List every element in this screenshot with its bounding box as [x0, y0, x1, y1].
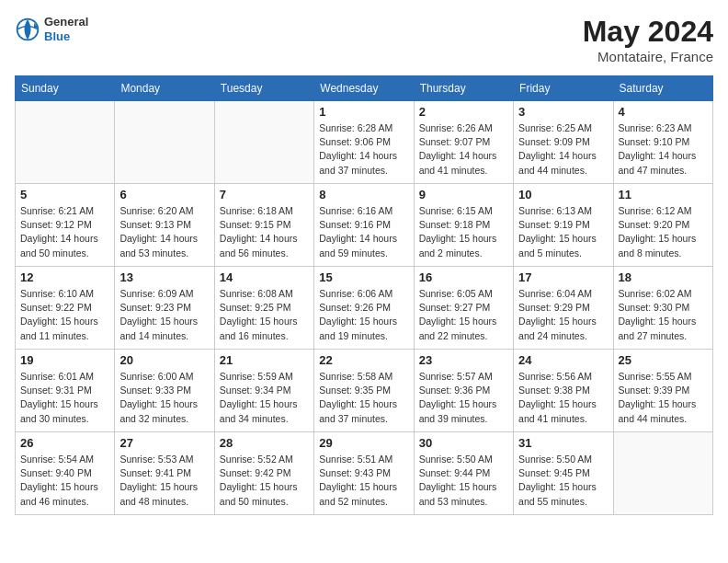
day-info: Sunrise: 5:58 AM Sunset: 9:35 PM Dayligh… — [319, 370, 408, 426]
calendar-cell: 17Sunrise: 6:04 AM Sunset: 9:29 PM Dayli… — [514, 267, 613, 350]
day-number: 22 — [319, 353, 408, 367]
calendar-cell: 27Sunrise: 5:53 AM Sunset: 9:41 PM Dayli… — [115, 432, 214, 515]
calendar-cell: 9Sunrise: 6:15 AM Sunset: 9:18 PM Daylig… — [414, 184, 513, 267]
day-info: Sunrise: 6:26 AM Sunset: 9:07 PM Dayligh… — [419, 121, 508, 178]
day-info: Sunrise: 5:50 AM Sunset: 9:45 PM Dayligh… — [518, 453, 608, 509]
day-number: 24 — [518, 353, 608, 367]
weekday-header: Saturday — [613, 76, 712, 101]
calendar-cell: 19Sunrise: 6:01 AM Sunset: 9:31 PM Dayli… — [16, 350, 115, 432]
day-info: Sunrise: 6:16 AM Sunset: 9:16 PM Dayligh… — [319, 204, 408, 260]
day-number: 14 — [220, 270, 309, 284]
calendar-cell: 18Sunrise: 6:02 AM Sunset: 9:30 PM Dayli… — [613, 267, 712, 350]
month-year: May 2024 — [583, 15, 713, 49]
day-info: Sunrise: 6:00 AM Sunset: 9:33 PM Dayligh… — [119, 370, 209, 426]
calendar-cell — [613, 432, 712, 515]
calendar-cell: 5Sunrise: 6:21 AM Sunset: 9:12 PM Daylig… — [16, 184, 115, 267]
day-number: 5 — [20, 188, 109, 201]
day-info: Sunrise: 6:15 AM Sunset: 9:18 PM Dayligh… — [419, 204, 508, 260]
day-number: 3 — [518, 105, 608, 119]
day-info: Sunrise: 6:21 AM Sunset: 9:12 PM Dayligh… — [20, 204, 109, 260]
day-info: Sunrise: 6:28 AM Sunset: 9:06 PM Dayligh… — [319, 121, 408, 178]
day-info: Sunrise: 5:54 AM Sunset: 9:40 PM Dayligh… — [20, 453, 109, 509]
day-number: 10 — [518, 188, 608, 201]
weekday-header: Sunday — [16, 76, 115, 101]
day-info: Sunrise: 5:53 AM Sunset: 9:41 PM Dayligh… — [119, 453, 209, 509]
day-number: 16 — [419, 270, 508, 284]
calendar-cell: 14Sunrise: 6:08 AM Sunset: 9:25 PM Dayli… — [214, 267, 313, 350]
day-number: 19 — [20, 353, 109, 367]
weekday-header: Tuesday — [214, 76, 313, 101]
calendar-cell — [115, 101, 214, 184]
week-row: 1Sunrise: 6:28 AM Sunset: 9:06 PM Daylig… — [16, 101, 713, 184]
day-info: Sunrise: 5:52 AM Sunset: 9:42 PM Dayligh… — [220, 453, 309, 509]
day-info: Sunrise: 5:50 AM Sunset: 9:44 PM Dayligh… — [419, 453, 508, 509]
logo-text: General Blue — [44, 15, 88, 43]
calendar-cell: 12Sunrise: 6:10 AM Sunset: 9:22 PM Dayli… — [16, 267, 115, 350]
calendar-cell: 21Sunrise: 5:59 AM Sunset: 9:34 PM Dayli… — [214, 350, 313, 432]
weekday-header: Friday — [514, 76, 613, 101]
day-info: Sunrise: 6:06 AM Sunset: 9:26 PM Dayligh… — [319, 287, 408, 343]
day-info: Sunrise: 5:55 AM Sunset: 9:39 PM Dayligh… — [619, 370, 708, 426]
day-info: Sunrise: 5:59 AM Sunset: 9:34 PM Dayligh… — [220, 370, 309, 426]
week-row: 26Sunrise: 5:54 AM Sunset: 9:40 PM Dayli… — [16, 432, 713, 515]
day-number: 4 — [619, 105, 708, 119]
day-number: 17 — [518, 270, 608, 284]
calendar-cell: 6Sunrise: 6:20 AM Sunset: 9:13 PM Daylig… — [115, 184, 214, 267]
day-number: 12 — [20, 270, 109, 284]
calendar-cell: 8Sunrise: 6:16 AM Sunset: 9:16 PM Daylig… — [314, 184, 414, 267]
calendar-cell: 15Sunrise: 6:06 AM Sunset: 9:26 PM Dayli… — [314, 267, 414, 350]
title-block: May 2024 Montataire, France — [583, 15, 713, 64]
day-info: Sunrise: 6:12 AM Sunset: 9:20 PM Dayligh… — [619, 204, 708, 260]
calendar-cell: 25Sunrise: 5:55 AM Sunset: 9:39 PM Dayli… — [613, 350, 712, 432]
weekday-header: Wednesday — [314, 76, 414, 101]
calendar-cell: 28Sunrise: 5:52 AM Sunset: 9:42 PM Dayli… — [214, 432, 313, 515]
location: Montataire, France — [583, 49, 713, 64]
day-info: Sunrise: 5:56 AM Sunset: 9:38 PM Dayligh… — [518, 370, 608, 426]
day-number: 1 — [319, 105, 408, 119]
day-number: 6 — [119, 188, 209, 201]
day-info: Sunrise: 6:10 AM Sunset: 9:22 PM Dayligh… — [20, 287, 109, 343]
day-number: 9 — [419, 188, 508, 201]
calendar-cell — [16, 101, 115, 184]
day-info: Sunrise: 5:51 AM Sunset: 9:43 PM Dayligh… — [319, 453, 408, 509]
day-info: Sunrise: 5:57 AM Sunset: 9:36 PM Dayligh… — [419, 370, 508, 426]
day-number: 25 — [619, 353, 708, 367]
day-number: 27 — [119, 436, 209, 450]
day-info: Sunrise: 6:23 AM Sunset: 9:10 PM Dayligh… — [619, 121, 708, 178]
day-number: 11 — [619, 188, 708, 201]
logo-line1: General — [44, 15, 88, 29]
logo: General Blue — [15, 15, 88, 43]
logo-line2: Blue — [44, 29, 88, 44]
day-number: 20 — [119, 353, 209, 367]
week-row: 5Sunrise: 6:21 AM Sunset: 9:12 PM Daylig… — [16, 184, 713, 267]
calendar-cell: 10Sunrise: 6:13 AM Sunset: 9:19 PM Dayli… — [514, 184, 613, 267]
calendar-cell: 4Sunrise: 6:23 AM Sunset: 9:10 PM Daylig… — [613, 101, 712, 184]
day-number: 7 — [220, 188, 309, 201]
page-header: General Blue May 2024 Montataire, France — [15, 15, 713, 64]
calendar-cell: 3Sunrise: 6:25 AM Sunset: 9:09 PM Daylig… — [514, 101, 613, 184]
logo-icon — [15, 17, 40, 42]
calendar-cell: 13Sunrise: 6:09 AM Sunset: 9:23 PM Dayli… — [115, 267, 214, 350]
calendar-cell: 1Sunrise: 6:28 AM Sunset: 9:06 PM Daylig… — [314, 101, 414, 184]
weekday-header-row: SundayMondayTuesdayWednesdayThursdayFrid… — [16, 76, 713, 101]
day-number: 13 — [119, 270, 209, 284]
week-row: 12Sunrise: 6:10 AM Sunset: 9:22 PM Dayli… — [16, 267, 713, 350]
calendar-cell: 7Sunrise: 6:18 AM Sunset: 9:15 PM Daylig… — [214, 184, 313, 267]
calendar-table: SundayMondayTuesdayWednesdayThursdayFrid… — [15, 75, 713, 515]
day-number: 18 — [619, 270, 708, 284]
day-info: Sunrise: 6:25 AM Sunset: 9:09 PM Dayligh… — [518, 121, 608, 178]
calendar-cell: 2Sunrise: 6:26 AM Sunset: 9:07 PM Daylig… — [414, 101, 513, 184]
calendar-cell: 22Sunrise: 5:58 AM Sunset: 9:35 PM Dayli… — [314, 350, 414, 432]
day-info: Sunrise: 6:13 AM Sunset: 9:19 PM Dayligh… — [518, 204, 608, 260]
day-info: Sunrise: 6:04 AM Sunset: 9:29 PM Dayligh… — [518, 287, 608, 343]
calendar-cell: 23Sunrise: 5:57 AM Sunset: 9:36 PM Dayli… — [414, 350, 513, 432]
calendar-cell: 26Sunrise: 5:54 AM Sunset: 9:40 PM Dayli… — [16, 432, 115, 515]
calendar-cell: 16Sunrise: 6:05 AM Sunset: 9:27 PM Dayli… — [414, 267, 513, 350]
calendar-cell: 31Sunrise: 5:50 AM Sunset: 9:45 PM Dayli… — [514, 432, 613, 515]
day-info: Sunrise: 6:01 AM Sunset: 9:31 PM Dayligh… — [20, 370, 109, 426]
day-number: 2 — [419, 105, 508, 119]
calendar-cell: 24Sunrise: 5:56 AM Sunset: 9:38 PM Dayli… — [514, 350, 613, 432]
calendar-cell: 29Sunrise: 5:51 AM Sunset: 9:43 PM Dayli… — [314, 432, 414, 515]
calendar-cell: 20Sunrise: 6:00 AM Sunset: 9:33 PM Dayli… — [115, 350, 214, 432]
day-number: 29 — [319, 436, 408, 450]
